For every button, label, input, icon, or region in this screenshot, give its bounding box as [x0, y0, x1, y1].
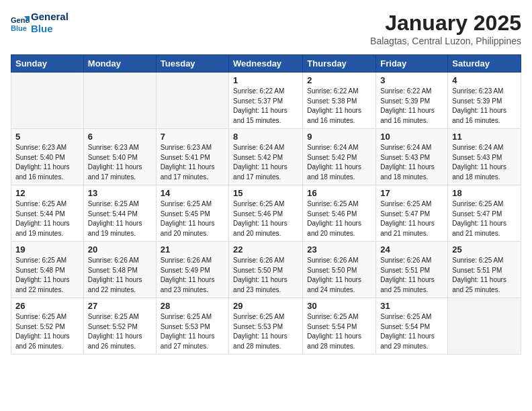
day-info: Sunrise: 6:22 AM Sunset: 5:38 PM Dayligh… — [307, 87, 371, 126]
day-info: Sunrise: 6:25 AM Sunset: 5:53 PM Dayligh… — [233, 312, 298, 351]
calendar-cell — [11, 73, 84, 129]
weekday-header-thursday: Thursday — [303, 55, 376, 73]
day-info: Sunrise: 6:26 AM Sunset: 5:48 PM Dayligh… — [88, 256, 152, 295]
day-info: Sunrise: 6:25 AM Sunset: 5:54 PM Dayligh… — [380, 312, 443, 351]
calendar-cell: 25Sunrise: 6:25 AM Sunset: 5:51 PM Dayli… — [448, 242, 521, 298]
day-info: Sunrise: 6:25 AM Sunset: 5:45 PM Dayligh… — [161, 199, 224, 238]
day-info: Sunrise: 6:23 AM Sunset: 5:39 PM Dayligh… — [452, 87, 517, 126]
day-number: 8 — [233, 132, 298, 142]
logo: General Blue General Blue — [11, 11, 69, 35]
day-number: 22 — [233, 244, 298, 255]
weekday-header-row: SundayMondayTuesdayWednesdayThursdayFrid… — [11, 55, 521, 73]
day-info: Sunrise: 6:25 AM Sunset: 5:53 PM Dayligh… — [161, 312, 224, 351]
day-info: Sunrise: 6:23 AM Sunset: 5:40 PM Dayligh… — [88, 143, 152, 182]
calendar-cell: 16Sunrise: 6:25 AM Sunset: 5:46 PM Dayli… — [303, 185, 376, 242]
title-block: January 2025 Balagtas, Central Luzon, Ph… — [370, 11, 521, 46]
calendar-cell: 21Sunrise: 6:26 AM Sunset: 5:49 PM Dayli… — [156, 242, 228, 298]
calendar-cell: 29Sunrise: 6:25 AM Sunset: 5:53 PM Dayli… — [229, 298, 303, 355]
day-info: Sunrise: 6:25 AM Sunset: 5:47 PM Dayligh… — [380, 199, 443, 238]
day-info: Sunrise: 6:25 AM Sunset: 5:52 PM Dayligh… — [15, 312, 79, 351]
day-info: Sunrise: 6:23 AM Sunset: 5:40 PM Dayligh… — [15, 143, 79, 182]
day-number: 24 — [380, 244, 443, 255]
weekday-header-saturday: Saturday — [448, 55, 521, 73]
calendar-table: SundayMondayTuesdayWednesdayThursdayFrid… — [11, 54, 521, 355]
calendar-cell: 23Sunrise: 6:26 AM Sunset: 5:50 PM Dayli… — [303, 242, 376, 298]
day-info: Sunrise: 6:24 AM Sunset: 5:42 PM Dayligh… — [233, 143, 298, 182]
day-number: 16 — [307, 188, 371, 198]
calendar-cell: 31Sunrise: 6:25 AM Sunset: 5:54 PM Dayli… — [376, 298, 448, 355]
calendar-cell: 1Sunrise: 6:22 AM Sunset: 5:37 PM Daylig… — [229, 73, 303, 129]
day-number: 11 — [452, 132, 517, 142]
calendar-cell: 22Sunrise: 6:26 AM Sunset: 5:50 PM Dayli… — [229, 242, 303, 298]
day-number: 1 — [233, 75, 298, 85]
day-number: 28 — [161, 301, 224, 311]
weekday-header-friday: Friday — [376, 55, 448, 73]
calendar-week-row: 5Sunrise: 6:23 AM Sunset: 5:40 PM Daylig… — [11, 129, 521, 185]
day-info: Sunrise: 6:25 AM Sunset: 5:46 PM Dayligh… — [307, 199, 371, 238]
day-info: Sunrise: 6:25 AM Sunset: 5:46 PM Dayligh… — [233, 199, 298, 238]
day-info: Sunrise: 6:25 AM Sunset: 5:47 PM Dayligh… — [452, 199, 517, 238]
calendar-cell: 26Sunrise: 6:25 AM Sunset: 5:52 PM Dayli… — [11, 298, 84, 355]
calendar-cell: 17Sunrise: 6:25 AM Sunset: 5:47 PM Dayli… — [376, 185, 448, 242]
weekday-header-wednesday: Wednesday — [229, 55, 303, 73]
calendar-cell: 27Sunrise: 6:25 AM Sunset: 5:52 PM Dayli… — [83, 298, 156, 355]
logo-icon: General Blue — [11, 13, 30, 32]
day-number: 19 — [15, 244, 79, 255]
weekday-header-monday: Monday — [83, 55, 156, 73]
month-title: January 2025 — [370, 11, 521, 36]
day-number: 10 — [380, 132, 443, 142]
day-number: 29 — [233, 301, 298, 311]
calendar-cell: 10Sunrise: 6:24 AM Sunset: 5:43 PM Dayli… — [376, 129, 448, 185]
day-info: Sunrise: 6:24 AM Sunset: 5:43 PM Dayligh… — [452, 143, 517, 182]
calendar-cell: 14Sunrise: 6:25 AM Sunset: 5:45 PM Dayli… — [156, 185, 228, 242]
day-number: 4 — [452, 75, 517, 85]
calendar-cell: 2Sunrise: 6:22 AM Sunset: 5:38 PM Daylig… — [303, 73, 376, 129]
logo-line2: Blue — [31, 23, 69, 35]
day-info: Sunrise: 6:26 AM Sunset: 5:49 PM Dayligh… — [161, 256, 224, 295]
logo-line1: General — [31, 11, 69, 23]
calendar-cell: 12Sunrise: 6:25 AM Sunset: 5:44 PM Dayli… — [11, 185, 84, 242]
day-info: Sunrise: 6:24 AM Sunset: 5:42 PM Dayligh… — [307, 143, 371, 182]
day-info: Sunrise: 6:26 AM Sunset: 5:50 PM Dayligh… — [233, 256, 298, 295]
day-number: 21 — [161, 244, 224, 255]
day-number: 12 — [15, 188, 79, 198]
calendar-cell — [83, 73, 156, 129]
calendar-cell: 8Sunrise: 6:24 AM Sunset: 5:42 PM Daylig… — [229, 129, 303, 185]
calendar-cell: 5Sunrise: 6:23 AM Sunset: 5:40 PM Daylig… — [11, 129, 84, 185]
weekday-header-tuesday: Tuesday — [156, 55, 228, 73]
day-number: 18 — [452, 188, 517, 198]
calendar-cell — [448, 298, 521, 355]
day-info: Sunrise: 6:25 AM Sunset: 5:54 PM Dayligh… — [307, 312, 371, 351]
calendar-week-row: 12Sunrise: 6:25 AM Sunset: 5:44 PM Dayli… — [11, 185, 521, 242]
day-number: 13 — [88, 188, 152, 198]
calendar-cell: 9Sunrise: 6:24 AM Sunset: 5:42 PM Daylig… — [303, 129, 376, 185]
day-number: 23 — [307, 244, 371, 255]
calendar-cell: 28Sunrise: 6:25 AM Sunset: 5:53 PM Dayli… — [156, 298, 228, 355]
day-info: Sunrise: 6:25 AM Sunset: 5:48 PM Dayligh… — [15, 256, 79, 295]
calendar-cell: 3Sunrise: 6:22 AM Sunset: 5:39 PM Daylig… — [376, 73, 448, 129]
day-info: Sunrise: 6:23 AM Sunset: 5:41 PM Dayligh… — [161, 143, 224, 182]
day-number: 3 — [380, 75, 443, 85]
day-number: 26 — [15, 301, 79, 311]
calendar-cell: 24Sunrise: 6:26 AM Sunset: 5:51 PM Dayli… — [376, 242, 448, 298]
day-number: 15 — [233, 188, 298, 198]
weekday-header-sunday: Sunday — [11, 55, 84, 73]
calendar-week-row: 19Sunrise: 6:25 AM Sunset: 5:48 PM Dayli… — [11, 242, 521, 298]
day-info: Sunrise: 6:25 AM Sunset: 5:52 PM Dayligh… — [88, 312, 152, 351]
day-number: 17 — [380, 188, 443, 198]
calendar-cell: 4Sunrise: 6:23 AM Sunset: 5:39 PM Daylig… — [448, 73, 521, 129]
calendar-cell: 11Sunrise: 6:24 AM Sunset: 5:43 PM Dayli… — [448, 129, 521, 185]
day-number: 9 — [307, 132, 371, 142]
day-info: Sunrise: 6:26 AM Sunset: 5:51 PM Dayligh… — [380, 256, 443, 295]
calendar-cell: 15Sunrise: 6:25 AM Sunset: 5:46 PM Dayli… — [229, 185, 303, 242]
day-number: 25 — [452, 244, 517, 255]
calendar-cell: 7Sunrise: 6:23 AM Sunset: 5:41 PM Daylig… — [156, 129, 228, 185]
calendar-cell: 18Sunrise: 6:25 AM Sunset: 5:47 PM Dayli… — [448, 185, 521, 242]
day-number: 2 — [307, 75, 371, 85]
calendar-cell — [156, 73, 228, 129]
day-number: 5 — [15, 132, 79, 142]
calendar-cell: 13Sunrise: 6:25 AM Sunset: 5:44 PM Dayli… — [83, 185, 156, 242]
calendar-cell: 6Sunrise: 6:23 AM Sunset: 5:40 PM Daylig… — [83, 129, 156, 185]
day-info: Sunrise: 6:22 AM Sunset: 5:39 PM Dayligh… — [380, 87, 443, 126]
day-number: 6 — [88, 132, 152, 142]
